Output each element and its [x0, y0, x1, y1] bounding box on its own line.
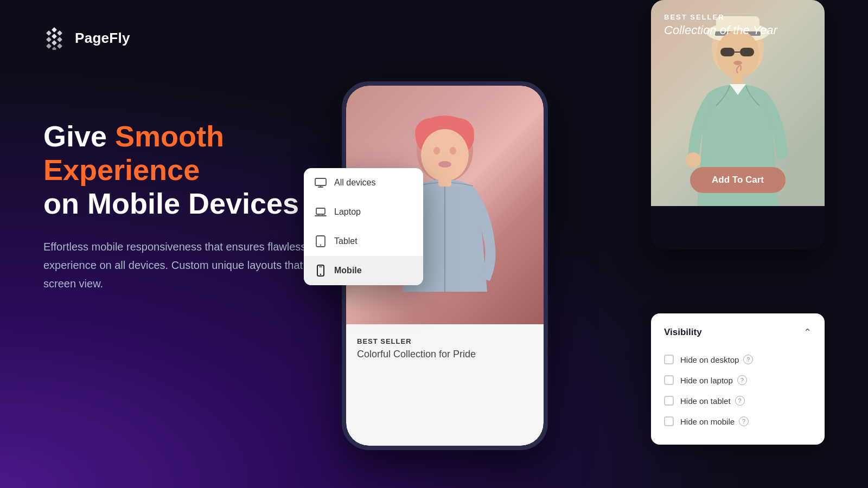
- visibility-item-mobile: Hide on mobile ?: [664, 411, 812, 432]
- hide-laptop-checkbox[interactable]: [664, 375, 674, 385]
- svg-rect-7: [46, 43, 52, 49]
- svg-point-16: [450, 147, 456, 155]
- hide-laptop-label: Hide on laptop ?: [680, 375, 747, 385]
- visibility-panel: Visibility ⌃ Hide on desktop ? Hide on l…: [651, 313, 825, 445]
- desktop-help-icon[interactable]: ?: [743, 355, 753, 364]
- visibility-collapse-icon[interactable]: ⌃: [803, 326, 812, 338]
- product-card-badge: BEST SELLER Collection of the Year: [664, 13, 777, 37]
- visibility-title: Visibility: [664, 327, 702, 338]
- product-card-image: BEST SELLER Collection of the Year Add T…: [651, 0, 825, 206]
- hide-desktop-label: Hide on desktop ?: [680, 355, 753, 364]
- logo-text: PageFly: [75, 30, 130, 47]
- svg-point-24: [320, 274, 321, 275]
- svg-rect-6: [52, 40, 57, 46]
- visibility-header: Visibility ⌃: [664, 326, 812, 338]
- svg-rect-2: [57, 30, 62, 36]
- logo-area: PageFly: [43, 26, 130, 50]
- tablet-help-icon[interactable]: ?: [735, 396, 745, 406]
- svg-rect-19: [315, 178, 326, 185]
- device-dropdown: All devices Laptop Tablet: [304, 168, 423, 285]
- visibility-item-desktop: Hide on desktop ?: [664, 349, 812, 370]
- svg-rect-32: [740, 48, 754, 56]
- phone-product-badge: BEST SELLER: [357, 337, 533, 345]
- device-label-tablet: Tablet: [334, 236, 358, 246]
- hide-mobile-checkbox[interactable]: [664, 416, 674, 426]
- svg-rect-1: [46, 30, 52, 36]
- hero-description: Effortless mobile responsiveness that en…: [43, 237, 347, 293]
- visibility-item-laptop: Hide on laptop ?: [664, 370, 812, 390]
- svg-rect-8: [57, 43, 62, 49]
- tablet-icon: [315, 235, 327, 247]
- device-item-mobile[interactable]: Mobile: [304, 256, 423, 285]
- svg-point-14: [421, 129, 469, 181]
- phone-product-title: Colorful Collection for Pride: [357, 349, 533, 360]
- visibility-item-tablet: Hide on tablet ?: [664, 390, 812, 411]
- svg-rect-18: [438, 177, 451, 187]
- laptop-help-icon[interactable]: ?: [737, 375, 747, 385]
- svg-rect-20: [316, 208, 325, 214]
- svg-point-34: [733, 61, 742, 65]
- device-item-all[interactable]: All devices: [304, 168, 423, 197]
- svg-rect-31: [720, 48, 735, 56]
- add-to-cart-button[interactable]: Add To Cart: [690, 167, 786, 193]
- phone-product-info: BEST SELLER Colorful Collection for Prid…: [346, 324, 544, 446]
- mobile-icon: [315, 265, 327, 277]
- svg-rect-0: [52, 27, 57, 33]
- svg-point-22: [320, 245, 321, 246]
- hide-tablet-label: Hide on tablet ?: [680, 396, 745, 406]
- hero-section: Give Smooth Experience on Mobile Devices…: [43, 119, 347, 293]
- hero-title: Give Smooth Experience on Mobile Devices: [43, 119, 347, 220]
- laptop-icon: [315, 206, 327, 218]
- device-label-all: All devices: [334, 178, 375, 188]
- hide-desktop-checkbox[interactable]: [664, 355, 674, 364]
- product-card: BEST SELLER Collection of the Year Add T…: [651, 0, 825, 249]
- product-badge-title: Collection of the Year: [664, 23, 777, 37]
- svg-rect-35: [732, 73, 743, 84]
- hide-tablet-checkbox[interactable]: [664, 396, 674, 406]
- svg-point-15: [433, 147, 440, 155]
- monitor-icon: [315, 177, 327, 189]
- device-item-laptop[interactable]: Laptop: [304, 197, 423, 227]
- svg-rect-4: [46, 37, 52, 42]
- pagefly-logo-icon: [43, 26, 67, 50]
- product-badge-small: BEST SELLER: [664, 13, 777, 21]
- device-label-mobile: Mobile: [334, 266, 362, 275]
- hide-mobile-label: Hide on mobile ?: [680, 416, 749, 426]
- svg-point-17: [438, 161, 451, 168]
- svg-point-36: [686, 152, 701, 168]
- mobile-help-icon[interactable]: ?: [739, 416, 749, 426]
- svg-rect-5: [57, 37, 62, 42]
- device-label-laptop: Laptop: [334, 207, 361, 217]
- device-item-tablet[interactable]: Tablet: [304, 227, 423, 256]
- svg-rect-9: [52, 47, 56, 50]
- svg-rect-3: [52, 34, 57, 39]
